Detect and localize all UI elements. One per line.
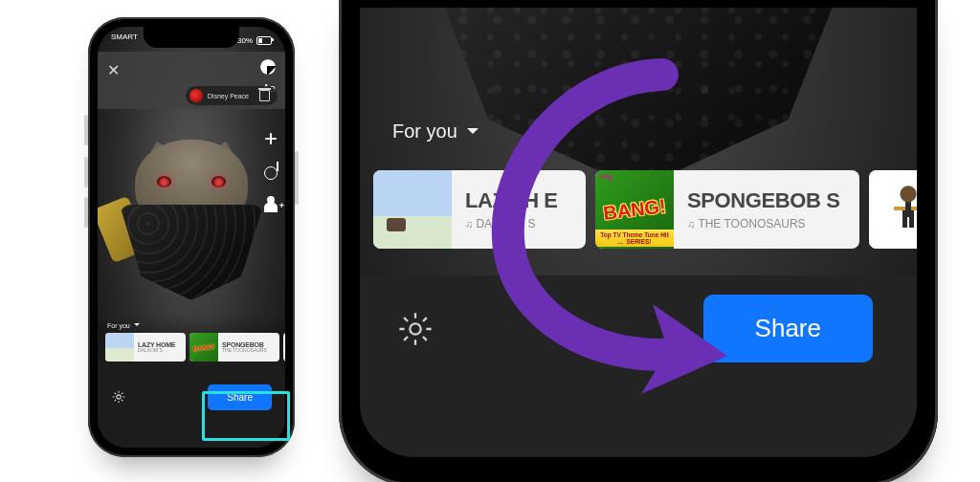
song-artist: THE TOONOSAURS	[222, 348, 267, 353]
song-card[interactable]: LAZY H E ♫ DALKOM S	[373, 170, 586, 249]
share-row: Share	[360, 295, 917, 362]
share-row: Share	[98, 362, 285, 448]
sound-thumbnail	[189, 89, 203, 102]
music-suggestions[interactable]: LAZY HOME DALKOM S SPONGEBOB THE TOONOSA…	[98, 333, 285, 362]
song-art: Orig	[595, 170, 674, 249]
music-section-label: For you	[107, 322, 130, 329]
song-artist: DALKOM S	[138, 348, 175, 353]
song-artist: ♫ DALKOM S	[465, 217, 558, 230]
battery-pct: 30%	[237, 36, 253, 45]
story-settings-button[interactable]	[111, 389, 126, 405]
song-artist: ♫ THE TOONOSAURS	[687, 217, 839, 230]
music-icon[interactable]	[262, 164, 279, 182]
chevron-down-icon	[467, 128, 479, 140]
music-suggestions[interactable]: LAZY H E ♫ DALKOM S Orig SPONGEBOB S ♫ T…	[373, 170, 917, 249]
share-button[interactable]: Share	[703, 295, 873, 362]
song-art	[105, 333, 134, 362]
tag-people-icon[interactable]	[262, 199, 279, 216]
song-art	[869, 170, 917, 249]
chevron-down-icon	[134, 323, 140, 329]
song-card[interactable]: SPONGEBOB THE TOONOSAURS	[189, 333, 279, 362]
sticker-icon[interactable]	[260, 59, 276, 75]
song-card[interactable]: Orig SPONGEBOB S ♫ THE TOONOSAURS	[595, 170, 859, 249]
phone-mockup: SMART 30% ✕ Aa	[88, 17, 295, 457]
song-card[interactable]: LAZY HOME DALKOM S	[105, 333, 186, 362]
close-button[interactable]: ✕	[107, 59, 120, 78]
music-section-picker[interactable]: For you	[98, 321, 285, 333]
song-card[interactable]	[869, 170, 917, 249]
effects-icon[interactable]	[262, 130, 279, 147]
song-title: LAZY H E	[465, 188, 558, 213]
share-button[interactable]: Share	[208, 384, 272, 410]
phone-notch	[144, 27, 239, 48]
carrier-label: SMART	[111, 33, 138, 48]
sound-pill[interactable]: Disney Peace	[186, 86, 278, 105]
music-section-picker[interactable]: For you	[392, 120, 479, 142]
battery-icon	[256, 36, 272, 45]
editor-side-tools	[262, 130, 279, 216]
sound-pill-bar: Disney Peace	[98, 86, 285, 105]
song-art	[283, 333, 285, 362]
zoomed-phone-bottom: For you LAZY H E ♫ DALKOM S Orig SPONGEB…	[339, 0, 938, 482]
bottom-panel: For you LAZY HOME DALKOM S SPONGEBOB THE…	[98, 316, 285, 448]
song-art	[373, 170, 452, 249]
story-settings-button[interactable]	[396, 310, 434, 348]
song-title: SPONGEBOB S	[687, 188, 839, 213]
svg-point-0	[117, 395, 121, 399]
cat-illustration	[115, 119, 268, 310]
zoom-screen: For you LAZY H E ♫ DALKOM S Orig SPONGEB…	[360, 8, 917, 457]
remove-sound-icon[interactable]	[259, 90, 270, 101]
sound-title: Disney Peace	[208, 93, 249, 99]
svg-point-1	[410, 323, 420, 334]
song-art	[189, 333, 218, 362]
phone-screen: SMART 30% ✕ Aa	[98, 27, 285, 448]
song-card[interactable]	[283, 333, 285, 362]
music-section-label: For you	[392, 120, 457, 142]
